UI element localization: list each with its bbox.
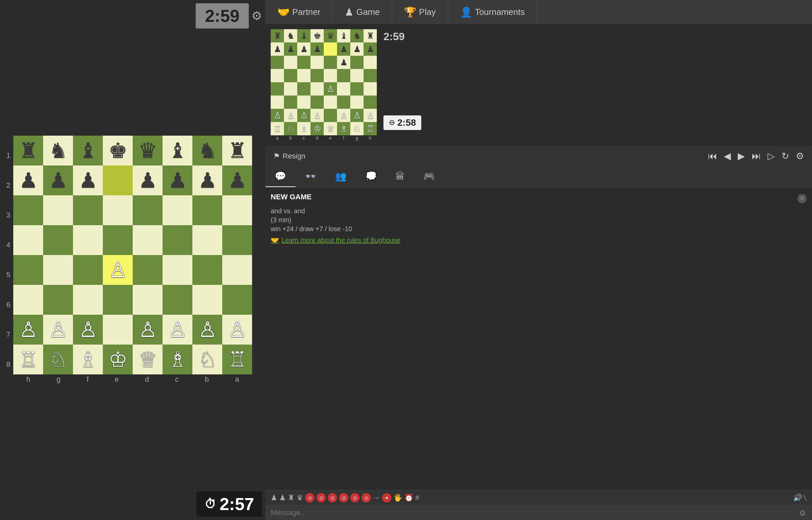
tab-board[interactable]: 🎮 bbox=[414, 166, 444, 187]
list-item[interactable] bbox=[364, 96, 377, 109]
resign-button[interactable]: ⚑ Resign bbox=[271, 151, 308, 162]
list-item[interactable]: ♙ bbox=[324, 82, 337, 96]
table-row[interactable]: ♟ bbox=[13, 165, 43, 195]
flip-button[interactable]: ↻ bbox=[779, 149, 792, 163]
table-row[interactable]: ♖ bbox=[13, 344, 43, 374]
list-item[interactable] bbox=[324, 56, 337, 69]
table-row[interactable] bbox=[103, 225, 133, 255]
list-item[interactable]: ♝ bbox=[337, 29, 350, 43]
play-button[interactable]: ▷ bbox=[765, 149, 778, 163]
list-item[interactable] bbox=[311, 82, 324, 96]
first-move-button[interactable]: ⏮ bbox=[705, 149, 720, 163]
table-row[interactable] bbox=[103, 195, 133, 225]
list-item[interactable] bbox=[350, 69, 364, 82]
toolbar-arrow[interactable]: → bbox=[373, 493, 380, 502]
table-row[interactable]: ♟ bbox=[133, 165, 162, 195]
list-item[interactable]: ♕ bbox=[324, 122, 337, 135]
list-item[interactable] bbox=[284, 96, 297, 109]
list-item[interactable] bbox=[297, 82, 311, 96]
table-row[interactable] bbox=[13, 285, 43, 315]
table-row[interactable] bbox=[222, 255, 252, 285]
table-row[interactable] bbox=[43, 255, 73, 285]
list-item[interactable]: ♟ bbox=[350, 43, 364, 56]
list-item[interactable] bbox=[311, 96, 324, 109]
list-item[interactable] bbox=[297, 56, 311, 69]
table-row[interactable] bbox=[162, 285, 192, 315]
table-row[interactable] bbox=[43, 285, 73, 315]
list-item[interactable]: ♙ bbox=[364, 109, 377, 122]
toolbar-cancel-2[interactable]: ⊘ bbox=[316, 493, 326, 502]
list-item[interactable]: ♛ bbox=[324, 29, 337, 43]
toolbar-hand[interactable]: 🖐 bbox=[393, 493, 402, 502]
tab-analysis[interactable]: 👓 bbox=[295, 166, 326, 187]
table-row[interactable]: ♙ bbox=[133, 315, 162, 344]
table-row[interactable]: ♘ bbox=[43, 344, 73, 374]
table-row[interactable]: ♝ bbox=[73, 136, 103, 165]
list-item[interactable]: ♟ bbox=[364, 43, 377, 56]
table-row[interactable]: ♟ bbox=[73, 165, 103, 195]
last-move-button[interactable]: ⏭ bbox=[749, 149, 764, 163]
list-item[interactable] bbox=[350, 82, 364, 96]
list-item[interactable] bbox=[337, 82, 350, 96]
table-row[interactable] bbox=[133, 225, 162, 255]
list-item[interactable] bbox=[324, 109, 337, 122]
nav-partner[interactable]: 🤝 Partner bbox=[265, 0, 333, 24]
table-row[interactable]: ♞ bbox=[43, 136, 73, 165]
tab-players[interactable]: 👥 bbox=[326, 166, 356, 187]
tab-chat[interactable]: 💬 bbox=[265, 166, 295, 187]
list-item[interactable]: ♖ bbox=[364, 122, 377, 135]
table-row[interactable]: ♝ bbox=[162, 136, 192, 165]
list-item[interactable] bbox=[364, 56, 377, 69]
list-item[interactable] bbox=[350, 56, 364, 69]
list-item[interactable]: ♙ bbox=[284, 109, 297, 122]
settings-icon[interactable]: ⚙ bbox=[252, 9, 262, 23]
table-row[interactable]: ♙ bbox=[43, 315, 73, 344]
list-item[interactable]: ♟ bbox=[297, 43, 311, 56]
list-item[interactable]: ♘ bbox=[350, 122, 364, 135]
table-row[interactable] bbox=[133, 285, 162, 315]
list-item[interactable] bbox=[284, 56, 297, 69]
table-row[interactable]: ♗ bbox=[73, 344, 103, 374]
toolbar-cancel-5[interactable]: ⊘ bbox=[350, 493, 360, 502]
table-row[interactable] bbox=[133, 195, 162, 225]
list-item[interactable] bbox=[324, 43, 337, 56]
nav-game[interactable]: ♟ Game bbox=[333, 0, 392, 24]
table-row[interactable] bbox=[222, 285, 252, 315]
table-row[interactable] bbox=[13, 255, 43, 285]
emoji-icon[interactable]: ☺ bbox=[798, 508, 807, 517]
table-row[interactable]: ♖ bbox=[222, 344, 252, 374]
list-item[interactable] bbox=[350, 96, 364, 109]
list-item[interactable]: ♙ bbox=[337, 109, 350, 122]
list-item[interactable] bbox=[364, 82, 377, 96]
next-move-button[interactable]: ▶ bbox=[735, 149, 748, 163]
list-item[interactable] bbox=[337, 96, 350, 109]
table-row[interactable] bbox=[103, 165, 133, 195]
toolbar-clock[interactable]: ⏰ bbox=[404, 493, 413, 502]
list-item[interactable]: ♚ bbox=[311, 29, 324, 43]
toolbar-hash[interactable]: # bbox=[415, 493, 419, 502]
list-item[interactable] bbox=[337, 69, 350, 82]
settings-button[interactable]: ⚙ bbox=[793, 149, 807, 163]
toolbar-cancel-4[interactable]: ⊘ bbox=[339, 493, 348, 502]
table-row[interactable] bbox=[13, 225, 43, 255]
list-item[interactable]: ♗ bbox=[297, 122, 311, 135]
table-row[interactable] bbox=[192, 225, 222, 255]
table-row[interactable] bbox=[73, 255, 103, 285]
table-row[interactable] bbox=[192, 195, 222, 225]
toolbar-pawn-1[interactable]: ♟ bbox=[271, 493, 277, 502]
list-item[interactable]: ♜ bbox=[271, 29, 284, 43]
table-row[interactable]: ♟ bbox=[192, 165, 222, 195]
chess-board[interactable]: ♜♞♝♚♛♝♞♜♟♟♟♟♟♟♟♙♙♙♙♙♙♙♙♖♘♗♔♕♗♘♖ bbox=[13, 136, 252, 374]
table-row[interactable] bbox=[222, 225, 252, 255]
table-row[interactable] bbox=[133, 255, 162, 285]
nav-play[interactable]: 🏆 Play bbox=[392, 0, 448, 24]
list-item[interactable]: ♔ bbox=[311, 122, 324, 135]
table-row[interactable]: ♞ bbox=[192, 136, 222, 165]
list-item[interactable]: ♞ bbox=[284, 29, 297, 43]
table-row[interactable] bbox=[162, 195, 192, 225]
table-row[interactable]: ♟ bbox=[43, 165, 73, 195]
list-item[interactable]: ♙ bbox=[271, 109, 284, 122]
table-row[interactable] bbox=[73, 225, 103, 255]
table-row[interactable]: ♙ bbox=[73, 315, 103, 344]
table-row[interactable]: ♟ bbox=[162, 165, 192, 195]
